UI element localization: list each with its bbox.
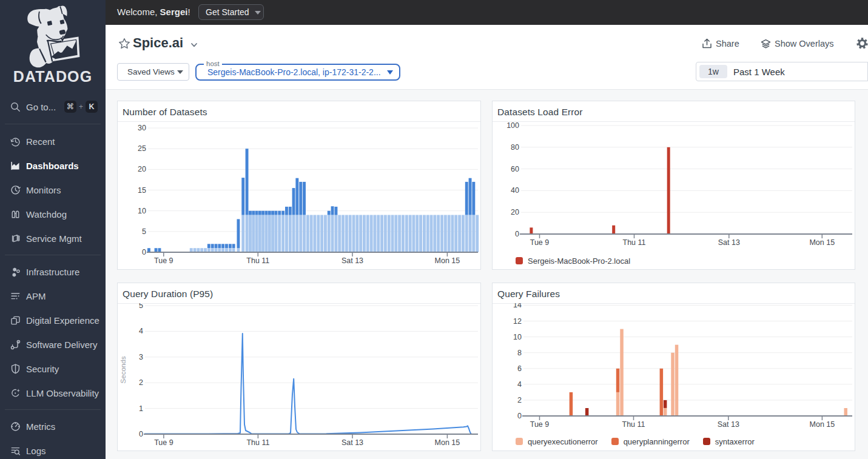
svg-text:20: 20 (511, 208, 519, 216)
svg-text:Sat 13: Sat 13 (341, 438, 363, 447)
svg-text:Tue 9: Tue 9 (154, 438, 173, 447)
svg-text:Mon 15: Mon 15 (435, 438, 460, 447)
svg-text:10: 10 (138, 207, 146, 215)
svg-text:20: 20 (138, 165, 146, 173)
svg-text:4: 4 (139, 327, 143, 335)
svg-text:Thu 11: Thu 11 (246, 256, 269, 265)
svg-text:25: 25 (138, 144, 146, 153)
svg-text:Sat 13: Sat 13 (718, 420, 739, 429)
svg-text:0: 0 (139, 430, 143, 438)
svg-text:8: 8 (517, 349, 522, 357)
svg-text:2: 2 (139, 378, 143, 387)
svg-text:6: 6 (517, 364, 522, 373)
svg-text:30: 30 (138, 124, 146, 132)
svg-text:10: 10 (513, 333, 522, 341)
svg-text:80: 80 (511, 143, 519, 152)
svg-text:Tue 9: Tue 9 (530, 420, 550, 429)
svg-text:5: 5 (139, 303, 143, 310)
svg-text:0: 0 (517, 412, 522, 420)
svg-text:Sat 13: Sat 13 (718, 238, 740, 247)
svg-text:Tue 9: Tue 9 (530, 238, 550, 247)
svg-text:Tue 9: Tue 9 (154, 256, 173, 265)
svg-text:100: 100 (506, 121, 519, 130)
svg-text:Seconds: Seconds (119, 356, 127, 383)
svg-text:1: 1 (139, 404, 143, 413)
svg-text:0: 0 (142, 248, 146, 256)
svg-text:Sat 13: Sat 13 (341, 256, 363, 265)
svg-text:2: 2 (517, 396, 522, 404)
svg-text:Thu 11: Thu 11 (623, 238, 646, 247)
svg-text:15: 15 (138, 186, 146, 195)
svg-text:12: 12 (513, 317, 522, 326)
svg-text:0: 0 (515, 230, 519, 238)
svg-text:4: 4 (517, 380, 522, 389)
svg-text:Mon 15: Mon 15 (810, 420, 835, 429)
svg-text:3: 3 (139, 353, 143, 361)
svg-text:5: 5 (142, 227, 146, 236)
svg-text:Thu 11: Thu 11 (246, 438, 269, 447)
svg-text:40: 40 (511, 186, 519, 195)
svg-text:Thu 11: Thu 11 (622, 420, 645, 429)
svg-text:60: 60 (511, 165, 519, 173)
svg-text:14: 14 (513, 303, 522, 309)
svg-text:Mon 15: Mon 15 (435, 256, 460, 265)
svg-text:Mon 15: Mon 15 (809, 238, 835, 247)
